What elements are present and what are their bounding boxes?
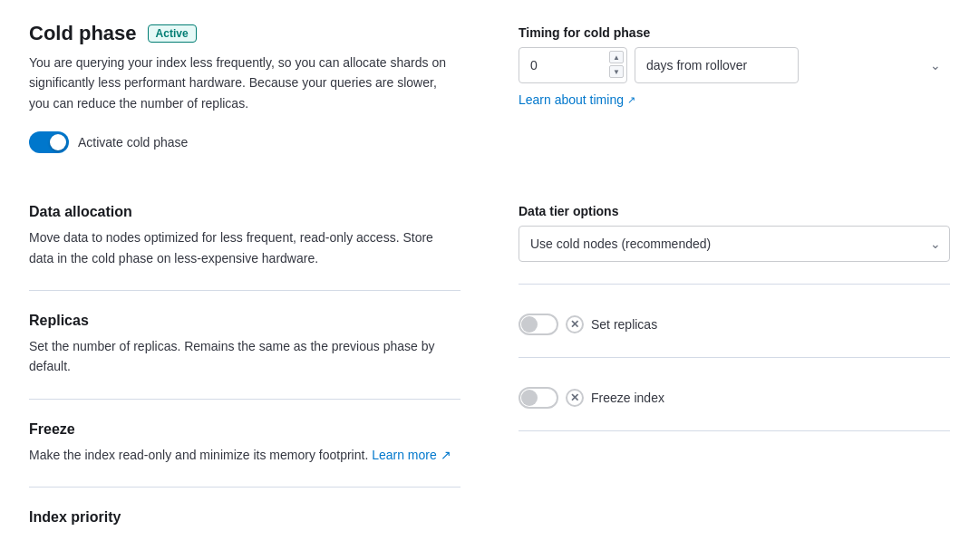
spinner-buttons: ▲ ▼ [609, 51, 624, 78]
timing-label: Timing for cold phase [519, 25, 950, 40]
freeze-ext-icon: ↗ [441, 448, 451, 462]
data-tier-dropdown-wrapper: Use cold nodes (recommended) Use warm no… [519, 226, 950, 262]
learn-timing-link[interactable]: Learn about timing ↗ [519, 92, 635, 107]
spinner-down[interactable]: ▼ [609, 65, 624, 78]
freeze-toggle[interactable] [519, 387, 558, 409]
left-sections: Data allocation Move data to nodes optim… [29, 182, 460, 555]
data-allocation-heading: Data allocation [29, 204, 460, 220]
phase-header: Cold phase Active [29, 22, 460, 45]
freeze-desc-text: Make the index read-only and minimize it… [29, 448, 368, 462]
data-tier-label: Data tier options [519, 204, 950, 218]
timing-unit-select[interactable]: days from rollover hours from rollover m… [635, 47, 799, 83]
freeze-desc: Make the index read-only and minimize it… [29, 445, 460, 465]
replicas-desc: Set the number of replicas. Remains the … [29, 336, 460, 377]
right-sections: Data tier options Use cold nodes (recomm… [519, 182, 950, 555]
index-priority-right [519, 430, 950, 475]
replicas-toggle-label: Set replicas [591, 317, 657, 332]
freeze-toggle-row: ✕ Freeze index [519, 380, 950, 409]
freeze-learn-link[interactable]: Learn more ↗ [372, 448, 451, 462]
replicas-section: Replicas Set the number of replicas. Rem… [29, 290, 460, 399]
timing-inputs: ▲ ▼ days from rollover hours from rollov… [519, 47, 950, 83]
activate-toggle-label: Activate cold phase [78, 135, 188, 150]
learn-timing-text: Learn about timing [519, 92, 624, 107]
data-allocation-desc: Move data to nodes optimized for less fr… [29, 227, 460, 268]
main-layout: Data allocation Move data to nodes optim… [29, 182, 950, 555]
timing-chevron-icon: ⌄ [930, 58, 941, 72]
index-priority-section: Index priority [29, 487, 460, 555]
freeze-learn-text: Learn more [372, 448, 437, 462]
freeze-toggle-section: ✕ Freeze index [519, 357, 950, 430]
data-tier-select[interactable]: Use cold nodes (recommended) Use warm no… [519, 226, 950, 262]
freeze-x-badge: ✕ [566, 389, 584, 407]
replicas-toggle-row: ✕ Set replicas [519, 306, 950, 335]
freeze-section: Freeze Make the index read-only and mini… [29, 399, 460, 487]
replicas-toggle[interactable] [519, 314, 558, 335]
replicas-toggle-section: ✕ Set replicas [519, 284, 950, 357]
timing-unit-wrapper: days from rollover hours from rollover m… [635, 47, 950, 83]
activate-toggle[interactable] [29, 131, 69, 153]
replicas-heading: Replicas [29, 313, 460, 329]
data-allocation-section: Data allocation Move data to nodes optim… [29, 182, 460, 290]
timing-section: Timing for cold phase ▲ ▼ days from roll… [519, 22, 950, 182]
phase-description: You are querying your index less frequen… [29, 53, 460, 113]
spinner-up[interactable]: ▲ [609, 51, 624, 63]
active-badge: Active [148, 24, 197, 43]
freeze-toggle-label: Freeze index [591, 391, 664, 405]
data-tier-section: Data tier options Use cold nodes (recomm… [519, 182, 950, 284]
index-priority-heading: Index priority [29, 509, 460, 526]
replicas-x-badge: ✕ [566, 315, 584, 333]
activate-toggle-row: Activate cold phase [29, 131, 460, 153]
cold-phase-panel: Cold phase Active You are querying your … [0, 0, 979, 560]
external-link-icon: ↗ [627, 94, 635, 106]
freeze-heading: Freeze [29, 421, 460, 438]
phase-left-header: Cold phase Active You are querying your … [29, 22, 460, 182]
page-title: Cold phase [29, 22, 137, 45]
timing-number-wrapper: ▲ ▼ [519, 47, 627, 83]
